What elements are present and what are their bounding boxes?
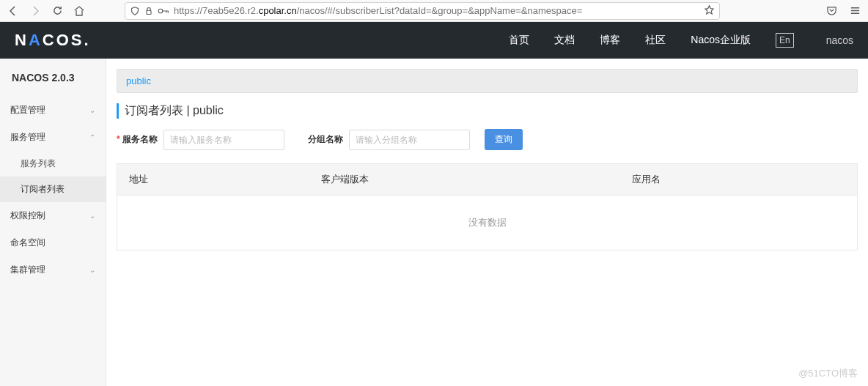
browser-toolbar: https://7eab5e26.r2.cpolar.cn/nacos/#/su… — [0, 0, 868, 22]
back-button[interactable] — [7, 5, 19, 17]
sidebar-item-label: 权限控制 — [10, 209, 45, 222]
sidebar-item-label: 集群管理 — [10, 264, 45, 276]
service-name-input[interactable] — [163, 130, 284, 150]
sidebar-item-namespace[interactable]: 命名空间 — [0, 229, 106, 256]
group-name-input[interactable] — [349, 130, 470, 150]
subscriber-table: 地址 客户端版本 应用名 没有数据 — [117, 163, 858, 250]
nav-community[interactable]: 社区 — [645, 34, 666, 47]
menu-icon[interactable] — [849, 5, 861, 17]
sidebar-sub-service-list[interactable]: 服务列表 — [0, 151, 106, 177]
sidebar-item-service-mgmt[interactable]: 服务管理⌃ — [0, 124, 106, 151]
svg-point-1 — [158, 9, 163, 13]
sidebar-item-cluster[interactable]: 集群管理⌄ — [0, 256, 106, 283]
col-app-name: 应用名 — [620, 164, 857, 196]
nav-enterprise[interactable]: Nacos企业版 — [691, 34, 751, 47]
query-button[interactable]: 查询 — [485, 129, 523, 150]
empty-message: 没有数据 — [117, 196, 858, 250]
browser-right-icons — [825, 5, 861, 17]
url-text: https://7eab5e26.r2.cpolar.cn/nacos/#/su… — [174, 5, 699, 16]
home-button[interactable] — [73, 5, 85, 17]
namespace-bar: public — [117, 69, 858, 93]
sidebar-item-label: 配置管理 — [10, 104, 45, 116]
sidebar-item-auth[interactable]: 权限控制⌄ — [0, 202, 106, 229]
sidebar-item-config-mgmt[interactable]: 配置管理⌄ — [0, 97, 106, 124]
watermark: @51CTO博客 — [798, 367, 858, 380]
chevron-down-icon: ⌄ — [89, 106, 95, 114]
sidebar-item-label: 命名空间 — [10, 237, 45, 249]
nacos-logo: NACOS. — [15, 31, 91, 50]
page-title: 订阅者列表 | public — [117, 103, 858, 119]
bookmark-star-icon[interactable] — [704, 4, 715, 18]
sidebar: NACOS 2.0.3 配置管理⌄ 服务管理⌃ 服务列表 订阅者列表 权限控制⌄… — [0, 59, 106, 386]
nav-docs[interactable]: 文档 — [554, 34, 575, 47]
address-bar[interactable]: https://7eab5e26.r2.cpolar.cn/nacos/#/su… — [125, 2, 720, 20]
app-header: NACOS. 首页 文档 博客 社区 Nacos企业版 En nacos — [0, 22, 868, 59]
col-address: 地址 — [117, 164, 310, 196]
user-name[interactable]: nacos — [826, 34, 853, 46]
lang-switch[interactable]: En — [776, 33, 794, 48]
lock-icon — [144, 7, 153, 15]
main-content: public 订阅者列表 | public 服务名称 分组名称 查询 地址 客户… — [106, 59, 868, 386]
sidebar-item-label: 服务管理 — [10, 131, 45, 144]
svg-rect-0 — [147, 10, 151, 14]
sidebar-sub-subscriber-list[interactable]: 订阅者列表 — [0, 177, 106, 202]
forward-button[interactable] — [29, 5, 41, 17]
key-icon — [158, 7, 169, 15]
search-form: 服务名称 分组名称 查询 — [117, 129, 858, 150]
chevron-up-icon: ⌃ — [89, 133, 95, 141]
chevron-down-icon: ⌄ — [89, 266, 95, 274]
service-name-label: 服务名称 — [117, 133, 158, 146]
namespace-link-public[interactable]: public — [126, 75, 151, 86]
col-client-version: 客户端版本 — [309, 164, 620, 196]
group-name-label: 分组名称 — [308, 133, 343, 146]
pocket-icon[interactable] — [825, 5, 837, 17]
chevron-down-icon: ⌄ — [89, 212, 95, 220]
shield-icon — [130, 6, 140, 16]
sidebar-title: NACOS 2.0.3 — [0, 59, 106, 97]
nav-home[interactable]: 首页 — [509, 34, 529, 47]
reload-button[interactable] — [51, 5, 63, 17]
nav-blog[interactable]: 博客 — [600, 34, 620, 47]
